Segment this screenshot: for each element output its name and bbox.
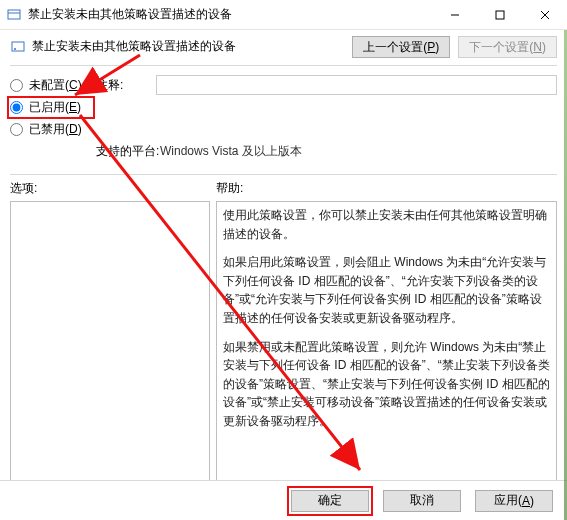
help-box[interactable]: 使用此策略设置，你可以禁止安装未由任何其他策略设置明确描述的设备。 如果启用此策… bbox=[216, 201, 557, 481]
apply-button[interactable]: 应用(A) bbox=[475, 490, 553, 512]
ok-button[interactable]: 确定 bbox=[291, 490, 369, 512]
policy-title: 禁止安装未由其他策略设置描述的设备 bbox=[32, 38, 236, 55]
close-button[interactable] bbox=[522, 0, 567, 29]
radio-disabled-input[interactable] bbox=[10, 123, 23, 136]
help-paragraph: 如果启用此策略设置，则会阻止 Windows 为未由“允许安装与下列任何设备 I… bbox=[223, 253, 550, 327]
help-label: 帮助: bbox=[216, 180, 557, 197]
prev-setting-button[interactable]: 上一个设置(P) bbox=[352, 36, 450, 58]
maximize-button[interactable] bbox=[477, 0, 522, 29]
divider bbox=[10, 65, 557, 66]
radio-not-configured[interactable]: 未配置(C) bbox=[10, 77, 92, 94]
next-setting-button[interactable]: 下一个设置(N) bbox=[458, 36, 557, 58]
platform-label: 支持的平台: bbox=[96, 143, 152, 160]
divider-2 bbox=[10, 174, 557, 175]
policy-icon bbox=[10, 39, 26, 55]
bottom-bar: 确定 取消 应用(A) bbox=[0, 480, 567, 520]
options-box[interactable] bbox=[10, 201, 210, 481]
app-icon bbox=[6, 7, 22, 23]
svg-rect-0 bbox=[8, 10, 20, 19]
window-buttons bbox=[432, 0, 567, 29]
radio-enabled[interactable]: 已启用(E) bbox=[10, 99, 92, 116]
help-paragraph: 使用此策略设置，你可以禁止安装未由任何其他策略设置明确描述的设备。 bbox=[223, 206, 550, 243]
svg-point-3 bbox=[14, 48, 16, 50]
config-grid: 未配置(C) 注释: 已启用(E) 已禁用(D) 支持的平台: Windows … bbox=[10, 74, 557, 162]
radio-enabled-input[interactable] bbox=[10, 101, 23, 114]
cancel-button[interactable]: 取消 bbox=[383, 490, 461, 512]
radio-not-configured-input[interactable] bbox=[10, 79, 23, 92]
help-paragraph: 如果禁用或未配置此策略设置，则允许 Windows 为未由“禁止安装与下列任何设… bbox=[223, 338, 550, 431]
titlebar: 禁止安装未由其他策略设置描述的设备 bbox=[0, 0, 567, 30]
options-label: 选项: bbox=[10, 180, 210, 197]
panels: 选项: 帮助: 使用此策略设置，你可以禁止安装未由任何其他策略设置明确描述的设备… bbox=[10, 180, 557, 481]
window-title: 禁止安装未由其他策略设置描述的设备 bbox=[28, 6, 432, 23]
svg-rect-1 bbox=[496, 11, 504, 19]
nav-buttons: 上一个设置(P) 下一个设置(N) bbox=[352, 36, 557, 58]
comment-input[interactable] bbox=[156, 75, 557, 95]
comment-label: 注释: bbox=[96, 77, 152, 94]
radio-disabled[interactable]: 已禁用(D) bbox=[10, 121, 92, 138]
platform-value: Windows Vista 及以上版本 bbox=[156, 143, 557, 160]
minimize-button[interactable] bbox=[432, 0, 477, 29]
svg-rect-2 bbox=[12, 42, 24, 51]
